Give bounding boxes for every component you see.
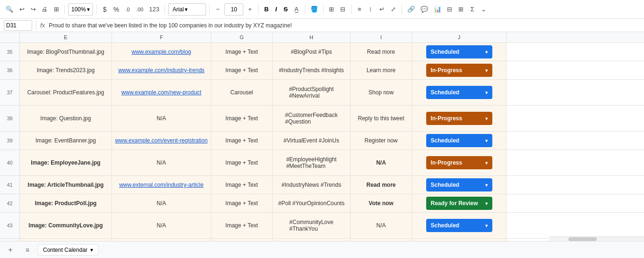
cell-j[interactable]: Scheduled ▾ [412, 80, 507, 105]
cell-h[interactable]: #CustomerFeedback #Question [273, 106, 351, 131]
decrease-font-icon[interactable]: − [213, 3, 223, 16]
table-view-icon[interactable]: ⊞ [456, 3, 466, 16]
cell-f[interactable]: N/A [112, 194, 211, 212]
cell-i[interactable]: Learn more [351, 61, 412, 79]
cell-j[interactable]: Ready for Review ▾ [412, 194, 507, 212]
expand-icon[interactable]: ⌄ [479, 3, 489, 16]
status-badge[interactable]: In-Progress ▾ [426, 112, 492, 125]
cell-e[interactable]: Image: Trends2023.jpg [20, 61, 112, 79]
cell-f[interactable]: www.external.com/industry-article [112, 176, 211, 194]
cell-j[interactable]: Scheduled ▾ [412, 176, 507, 194]
search-icon[interactable]: 🔍 [4, 3, 15, 16]
cell-h[interactable]: #EmployeeHighlight #MeetTheTeam [273, 150, 351, 175]
cell-e[interactable]: Image: ProductPoll.jpg [20, 194, 112, 212]
cell-g[interactable]: Image + Text [211, 132, 273, 150]
cell-g[interactable]: Image + Text [211, 150, 273, 175]
cell-g[interactable]: Carousel [211, 80, 273, 105]
cell-f[interactable]: N/A [112, 106, 211, 131]
status-badge[interactable]: Scheduled ▾ [426, 134, 492, 147]
cell-j[interactable]: In-Progress ▾ [412, 61, 507, 79]
status-badge[interactable]: Scheduled ▾ [426, 219, 492, 232]
cell-h[interactable]: #Poll #YourOpinionCounts [273, 194, 351, 212]
cell-e[interactable]: Image: EmployeeJane.jpg [20, 150, 112, 175]
col-header-g[interactable]: G [211, 32, 273, 42]
font-size-selector[interactable]: 10 [224, 3, 243, 16]
cell-reference[interactable]: D31 [4, 20, 32, 31]
insert-link-icon[interactable]: 🔗 [405, 3, 417, 16]
filter-icon[interactable]: ⊟ [445, 3, 455, 16]
increase-font-icon[interactable]: + [245, 3, 255, 16]
status-badge[interactable]: Ready for Review ▾ [426, 197, 492, 210]
status-badge[interactable]: In-Progress ▾ [426, 156, 492, 169]
text-wrap-icon[interactable]: ↵ [378, 3, 387, 16]
cell-i[interactable]: Reply to this tweet [351, 106, 412, 131]
borders-icon[interactable]: ⊞ [327, 3, 336, 16]
cell-h[interactable]: #ProductSpotlight #NewArrival [273, 80, 351, 105]
cell-e[interactable]: Image: ArticleThumbnail.jpg [20, 176, 112, 194]
col-header-f[interactable]: F [112, 32, 211, 42]
increase-decimal-icon[interactable]: .00 [134, 3, 145, 16]
cell-f[interactable]: N/A [112, 150, 211, 175]
strikethrough-button[interactable]: S [281, 3, 290, 16]
cell-f[interactable]: www.example.com/blog [112, 43, 211, 61]
status-badge[interactable]: Scheduled ▾ [426, 178, 492, 191]
cell-j[interactable]: Scheduled ▾ [412, 132, 507, 150]
col-header-e[interactable]: E [20, 32, 112, 42]
cell-h[interactable]: #CommunityLove #ThankYou [273, 213, 351, 238]
number-format-icon[interactable]: 123 [147, 3, 161, 16]
text-rotate-icon[interactable]: ⤢ [389, 3, 398, 16]
cell-j[interactable]: In-Progress ▾ [412, 150, 507, 175]
cell-f[interactable]: www.example.com/event-registration [112, 132, 211, 150]
cell-i[interactable]: Shop now [351, 80, 412, 105]
cell-i[interactable]: Read more [351, 176, 412, 194]
cell-e[interactable]: Carousel: ProductFeatures.jpg [20, 80, 112, 105]
v-align-icon[interactable]: ⫶ [366, 3, 376, 16]
cell-g[interactable]: Image + Text [211, 176, 273, 194]
fill-color-icon[interactable]: 🪣 [309, 3, 320, 16]
decrease-decimal-icon[interactable]: .0 [123, 3, 132, 16]
sheets-menu-button[interactable]: ≡ [21, 243, 34, 257]
text-color-icon[interactable]: A̲ [292, 3, 301, 16]
col-header-h[interactable]: H [273, 32, 351, 42]
cell-e[interactable]: Image: Question.jpg [20, 106, 112, 131]
insert-chart-icon[interactable]: 📊 [432, 3, 443, 16]
insert-comment-icon[interactable]: 💬 [419, 3, 430, 16]
percent-icon[interactable]: % [112, 3, 121, 16]
cell-i[interactable]: N/A [351, 150, 412, 175]
undo-icon[interactable]: ↩ [17, 3, 26, 16]
cell-f[interactable]: N/A [112, 213, 211, 238]
cell-g[interactable]: Image + Text [211, 61, 273, 79]
cell-h[interactable]: #BlogPost #Tips [273, 43, 351, 61]
cell-f[interactable]: www.example.com/new-product [112, 80, 211, 105]
cell-j[interactable]: Scheduled ▾ [412, 213, 507, 238]
cell-e[interactable]: Image: BlogPostThumbnail.jpg [20, 43, 112, 61]
sheet-tab-content-calendar[interactable]: Content Calendar ▾ [38, 244, 98, 256]
currency-icon[interactable]: $ [100, 3, 110, 16]
print-icon[interactable]: 🖨 [40, 3, 50, 16]
col-header-j[interactable]: J [412, 32, 507, 42]
cell-j[interactable]: Scheduled ▾ [412, 43, 507, 61]
cell-g[interactable]: Image + Text [211, 194, 273, 212]
add-sheet-button[interactable]: + [4, 243, 17, 257]
status-badge[interactable]: Scheduled ▾ [426, 45, 492, 58]
col-header-i[interactable]: I [351, 32, 412, 42]
cell-e[interactable]: Image: EventBanner.jpg [20, 132, 112, 150]
redo-icon[interactable]: ↪ [28, 3, 38, 16]
bold-button[interactable]: B [262, 3, 271, 16]
font-selector[interactable]: Arial ▾ [168, 3, 206, 16]
status-badge[interactable]: Scheduled ▾ [426, 86, 492, 99]
cell-e[interactable]: Image: CommunityLove.jpg [20, 213, 112, 238]
merge-cells-icon[interactable]: ⊟ [338, 3, 348, 16]
cell-h[interactable]: #IndustryTrends #Insights [273, 61, 351, 79]
horizontal-scrollbar[interactable] [550, 236, 644, 241]
cell-j[interactable]: In-Progress ▾ [412, 106, 507, 131]
zoom-selector[interactable]: 100% ▾ [68, 3, 93, 16]
cell-g[interactable]: Image + Text [211, 106, 273, 131]
cell-g[interactable]: Image + Text [211, 43, 273, 61]
h-align-icon[interactable]: ≡ [355, 3, 364, 16]
sum-icon[interactable]: Σ [468, 3, 477, 16]
cell-h[interactable]: #IndustryNews #Trends [273, 176, 351, 194]
status-badge[interactable]: In-Progress ▾ [426, 64, 492, 77]
cell-f[interactable]: www.example.com/industry-trends [112, 61, 211, 79]
italic-button[interactable]: I [273, 3, 280, 16]
